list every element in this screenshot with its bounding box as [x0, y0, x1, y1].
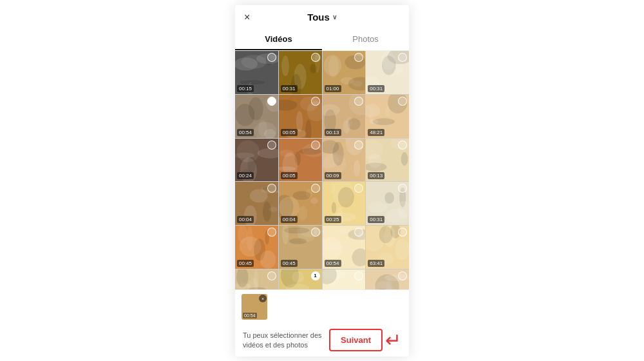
svg-point-41 — [343, 120, 350, 133]
media-cell[interactable]: 00:24 — [235, 139, 278, 182]
media-cell[interactable]: 00:25 — [323, 182, 366, 225]
selected-thumbnail[interactable]: × 00:54 — [242, 294, 267, 320]
svg-point-116 — [395, 239, 409, 260]
select-circle[interactable] — [398, 53, 407, 62]
media-cell[interactable]: 00:09 — [323, 139, 366, 182]
media-cell[interactable]: 01:00 — [323, 51, 366, 94]
selected-thumb-duration: 00:54 — [243, 313, 257, 318]
select-circle[interactable] — [398, 97, 407, 106]
svg-point-80 — [279, 197, 299, 219]
select-circle[interactable] — [354, 141, 363, 150]
duration-badge: 00:13 — [325, 129, 341, 136]
media-cell[interactable]: 00:04 — [279, 182, 322, 225]
selected-items-bar: × 00:54 — [235, 289, 409, 324]
svg-point-62 — [353, 160, 359, 177]
duration-badge: 00:31 — [368, 85, 384, 92]
svg-point-128 — [292, 271, 304, 283]
tab-videos[interactable]: Vidéos — [235, 29, 322, 50]
svg-point-38 — [323, 104, 340, 115]
tab-photos[interactable]: Photos — [322, 29, 409, 50]
svg-point-82 — [292, 191, 310, 200]
hint-text: Tu peux sélectionner des vidéos et des p… — [243, 331, 324, 349]
duration-badge: 00:31 — [281, 85, 298, 92]
select-circle[interactable] — [311, 184, 320, 193]
media-cell[interactable]: 00:05 — [279, 95, 322, 138]
bottom-action-bar: Tu peux sélectionner des vidéos et des p… — [235, 324, 409, 356]
duration-badge: 00:13 — [368, 172, 384, 179]
duration-badge: 00:45 — [237, 260, 254, 267]
media-cell[interactable]: 00:04 — [235, 182, 278, 225]
duration-badge: 48:21 — [368, 129, 384, 136]
select-circle[interactable] — [267, 97, 276, 106]
media-cell[interactable]: 00:54 — [323, 226, 366, 269]
media-cell[interactable]: 00:31 — [366, 182, 409, 225]
duration-badge: 00:25 — [325, 216, 341, 223]
media-picker-modal: × Tous ∨ Vidéos Photos 00:1500:3101:0000… — [235, 5, 409, 356]
svg-point-91 — [385, 192, 395, 204]
duration-badge: 00:54 — [325, 260, 341, 267]
select-circle[interactable] — [354, 271, 363, 280]
remove-selected-button[interactable]: × — [259, 295, 267, 302]
media-cell[interactable]: 63:41 — [366, 226, 409, 269]
media-cell[interactable]: 00:45 — [279, 226, 322, 269]
duration-badge: 00:05 — [281, 172, 298, 179]
media-cell[interactable]: 48:21 — [366, 95, 409, 138]
select-circle[interactable] — [398, 271, 407, 280]
media-cell[interactable]: 01:13 — [235, 269, 278, 289]
svg-point-34 — [279, 99, 298, 110]
svg-point-78 — [298, 206, 308, 220]
media-cell[interactable]: 00:31 — [366, 51, 409, 94]
media-cell[interactable]: 00:45 — [235, 226, 278, 269]
select-circle[interactable] — [267, 53, 276, 62]
svg-point-23 — [382, 51, 395, 70]
svg-point-92 — [368, 201, 388, 213]
select-circle[interactable] — [311, 141, 320, 150]
duration-badge: 00:31 — [368, 216, 384, 223]
media-cell[interactable]: 00:13 — [323, 95, 366, 138]
media-cell[interactable]: 00:06 — [323, 269, 366, 289]
duration-badge: 00:05 — [281, 129, 298, 136]
svg-point-31 — [305, 120, 312, 138]
close-button[interactable]: × — [244, 12, 250, 23]
select-circle[interactable] — [267, 184, 276, 193]
media-cell[interactable]: 00:54 — [235, 95, 278, 138]
select-circle[interactable] — [398, 141, 407, 150]
chevron-down-icon: ∨ — [332, 14, 337, 21]
svg-point-88 — [337, 187, 354, 208]
svg-point-103 — [289, 239, 307, 244]
select-circle[interactable] — [354, 97, 363, 106]
svg-point-83 — [310, 197, 317, 204]
duration-badge: 00:04 — [237, 216, 254, 223]
select-circle[interactable] — [267, 271, 276, 280]
duration-badge: 00:09 — [325, 172, 341, 179]
svg-point-5 — [235, 57, 258, 70]
svg-point-125 — [254, 270, 258, 289]
select-circle[interactable] — [267, 228, 276, 237]
media-cell[interactable]: 00:15 — [235, 51, 278, 94]
next-button[interactable]: Suivant — [329, 329, 383, 351]
svg-point-32 — [296, 111, 303, 132]
media-cell[interactable]: 00:06 — [366, 269, 409, 289]
svg-point-101 — [260, 251, 276, 269]
duration-badge: 01:00 — [325, 85, 341, 92]
media-cell[interactable]: 00:31 — [279, 51, 322, 94]
select-circle[interactable] — [398, 228, 407, 237]
select-circle[interactable] — [311, 53, 320, 62]
title-text: Tous — [307, 12, 330, 23]
svg-point-17 — [323, 55, 341, 76]
svg-point-27 — [254, 122, 277, 137]
tab-bar: Vidéos Photos — [235, 29, 409, 51]
media-cell[interactable]: 00:13 — [366, 139, 409, 182]
duration-badge: 00:54 — [237, 129, 254, 136]
svg-point-85 — [331, 202, 336, 214]
header-title[interactable]: Tous ∨ — [307, 12, 337, 23]
select-circle[interactable] — [311, 97, 320, 106]
duration-badge: 00:24 — [237, 172, 254, 179]
svg-point-64 — [332, 142, 343, 166]
duration-badge: 00:45 — [281, 260, 298, 267]
media-cell[interactable]: 1 — [279, 269, 322, 289]
svg-point-99 — [238, 226, 247, 243]
media-cell[interactable]: 00:05 — [279, 139, 322, 182]
select-circle[interactable] — [267, 141, 276, 150]
select-circle[interactable] — [311, 228, 320, 237]
